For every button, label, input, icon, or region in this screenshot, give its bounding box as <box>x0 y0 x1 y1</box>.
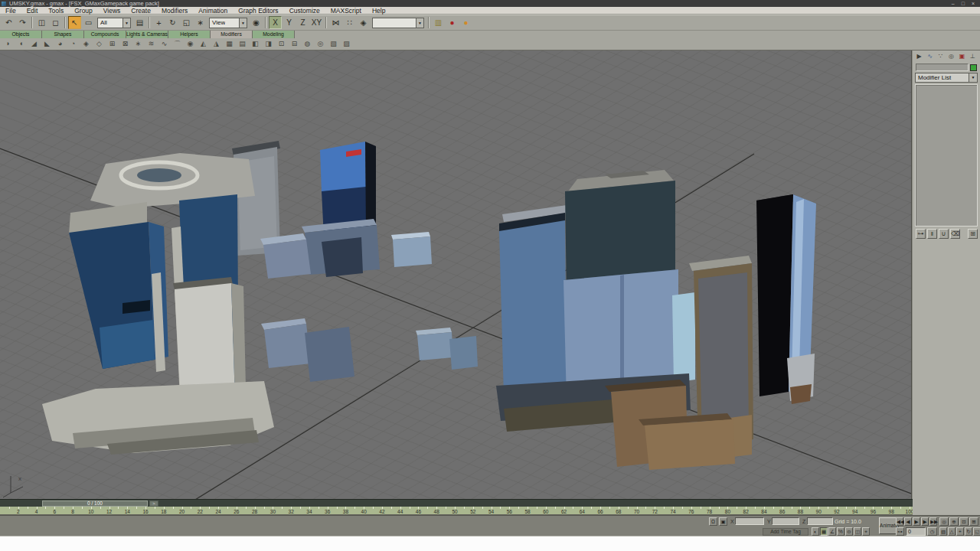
modifier-icon-24[interactable]: ◍ <box>302 39 313 49</box>
scene-mid-cluster-block-2[interactable] <box>305 327 354 382</box>
set-key-icon[interactable]: ⊶ <box>896 527 904 536</box>
restrict-xy-button[interactable]: XY <box>310 16 323 29</box>
chevron-down-icon[interactable]: ▼ <box>239 18 247 28</box>
menu-item-customize[interactable]: Customize <box>284 7 325 15</box>
configure-modifier-sets-icon[interactable]: ⊞ <box>968 229 978 239</box>
restrict-x-button[interactable]: X <box>269 16 282 29</box>
menu-item-views[interactable]: Views <box>98 7 126 15</box>
select-and-manipulate-icon[interactable]: ∗ <box>194 16 207 29</box>
pin-stack-icon[interactable]: ⊶ <box>916 229 926 239</box>
grid-snap-icon[interactable]: ▦ <box>820 527 828 536</box>
modifier-icon-12[interactable]: ≋ <box>145 39 157 49</box>
display-tab-icon[interactable]: ▣ <box>957 52 967 61</box>
tab-shapes[interactable]: Shapes <box>42 31 84 38</box>
next-frame-button[interactable]: ▶ <box>921 517 929 526</box>
show-end-result-icon[interactable]: ‖ <box>927 229 937 239</box>
object-name-field[interactable] <box>916 64 969 71</box>
remove-modifier-icon[interactable]: ⌫ <box>950 229 960 239</box>
zoom-all-icon[interactable]: ⊕ <box>949 517 959 526</box>
make-unique-icon[interactable]: ∪ <box>939 229 949 239</box>
use-center-icon[interactable]: ◉ <box>250 16 263 29</box>
scene-brown-annex-front[interactable] <box>645 419 735 470</box>
snap-target-icon[interactable]: ⌖ <box>862 527 870 536</box>
scene-blue-tower-front-top[interactable] <box>320 142 366 193</box>
modifier-icon-23[interactable]: ⊟ <box>289 39 300 49</box>
modifier-icon-6[interactable]: ◔ <box>67 39 79 49</box>
modifier-icon-18[interactable]: ▦ <box>224 39 235 49</box>
modifier-icon-4[interactable]: ◣ <box>41 39 53 49</box>
close-button[interactable]: × <box>972 0 975 7</box>
perspective-viewport[interactable]: x <box>0 51 911 499</box>
select-by-name-icon[interactable]: ▤ <box>133 16 146 29</box>
z-coordinate-field[interactable] <box>807 517 833 525</box>
time-configuration-icon[interactable]: ◷ <box>927 527 937 536</box>
modifier-icon-21[interactable]: ◨ <box>263 39 274 49</box>
chevron-down-icon[interactable]: ▼ <box>969 73 977 82</box>
arc-rotate-icon[interactable]: ↻ <box>965 527 972 536</box>
modifier-icon-19[interactable]: ▤ <box>237 39 248 49</box>
modifier-icon-26[interactable]: ▧ <box>328 39 339 49</box>
named-selection-sets-dropdown[interactable]: ▼ <box>372 18 424 28</box>
scene-umeda-ring-inner[interactable] <box>137 168 181 182</box>
menu-item-modifiers[interactable]: Modifiers <box>156 7 193 15</box>
min-max-toggle-icon[interactable]: ◱ <box>973 527 980 536</box>
menu-item-group[interactable]: Group <box>69 7 98 15</box>
align-icon[interactable]: ◈ <box>357 16 370 29</box>
modifier-icon-15[interactable]: ◉ <box>185 39 196 49</box>
time-slider-handle[interactable]: 0 / 100 <box>42 500 148 507</box>
select-and-link-icon[interactable]: ◫ <box>35 16 48 29</box>
absolute-mode-toggle[interactable]: ▣ <box>719 517 727 526</box>
hierarchy-tab-icon[interactable]: ∵ <box>936 52 946 61</box>
tab-helpers[interactable]: Helpers <box>168 31 211 38</box>
viewport-canvas[interactable]: x <box>0 51 911 499</box>
chevron-down-icon[interactable]: ▼ <box>416 18 423 28</box>
menu-item-maxscript[interactable]: MAXScript <box>325 7 367 15</box>
menu-item-create[interactable]: Create <box>126 7 156 15</box>
snaps-toggle-icon[interactable]: ◐ <box>812 527 819 536</box>
modifier-icon-3[interactable]: ◢ <box>28 39 40 49</box>
spinner-snap-icon[interactable]: ⊙ <box>845 527 853 536</box>
selection-filter-dropdown[interactable]: All▼ <box>97 18 131 28</box>
scene-small-box[interactable] <box>393 236 432 267</box>
field-of-view-icon[interactable]: △ <box>948 527 956 536</box>
modifier-icon-13[interactable]: ∿ <box>158 39 170 49</box>
tab-lights-cameras[interactable]: Lights & Cameras <box>126 31 168 38</box>
utilities-tab-icon[interactable]: ⊥ <box>968 52 978 61</box>
selection-lock-toggle[interactable]: Ω <box>709 517 717 526</box>
unlink-selection-icon[interactable]: ◻ <box>49 16 62 29</box>
modifier-icon-16[interactable]: ◭ <box>198 39 209 49</box>
time-slider-next-button[interactable]: > <box>149 500 158 507</box>
scene-pair-box-2[interactable] <box>449 336 478 370</box>
scene-blue-tower-base-dark[interactable] <box>322 237 363 277</box>
menu-item-animation[interactable]: Animation <box>193 7 233 15</box>
menu-item-edit[interactable]: Edit <box>21 7 44 15</box>
go-to-end-button[interactable]: ▶▶ <box>929 517 937 526</box>
tab-objects[interactable]: Objects <box>0 31 42 38</box>
region-zoom-icon[interactable]: ▧ <box>939 527 947 536</box>
select-object-icon[interactable]: ↖ <box>68 16 81 29</box>
reference-coordinate-dropdown[interactable]: View▼ <box>209 18 247 28</box>
select-and-scale-icon[interactable]: ◱ <box>180 16 193 29</box>
select-and-move-icon[interactable]: + <box>152 16 165 29</box>
modifier-icon-9[interactable]: ⊞ <box>106 39 118 49</box>
scene-umeda-left-tower-gradient[interactable] <box>100 320 155 369</box>
timeline-ruler[interactable]: 2468101214161820222426283032343638404244… <box>0 507 913 515</box>
region-select-icon[interactable]: ▭ <box>82 16 95 29</box>
modifier-icon-1[interactable]: ◗ <box>2 39 14 49</box>
create-tab-icon[interactable]: ▶ <box>914 52 924 61</box>
scene-pair-box-1[interactable] <box>417 332 453 360</box>
redo-icon[interactable]: ↷ <box>16 16 29 29</box>
menu-item-help[interactable]: Help <box>367 7 390 15</box>
track-bar[interactable]: 0 / 100 > <box>0 499 913 507</box>
modifier-icon-5[interactable]: ◕ <box>54 39 66 49</box>
modifier-icon-25[interactable]: ◎ <box>315 39 326 49</box>
scene-grand-left-tower-front[interactable] <box>499 220 567 396</box>
scene-grand-lower-seam[interactable] <box>620 275 624 396</box>
mirror-icon[interactable]: ⋈ <box>329 16 342 29</box>
tab-modeling[interactable]: Modeling <box>253 31 295 38</box>
modifier-icon-22[interactable]: ⊡ <box>276 39 287 49</box>
go-to-start-button[interactable]: ◀◀ <box>896 517 903 526</box>
zoom-icon[interactable]: ◎ <box>939 517 949 526</box>
modifier-icon-17[interactable]: ◮ <box>211 39 222 49</box>
modifier-icon-2[interactable]: ◖ <box>15 39 27 49</box>
